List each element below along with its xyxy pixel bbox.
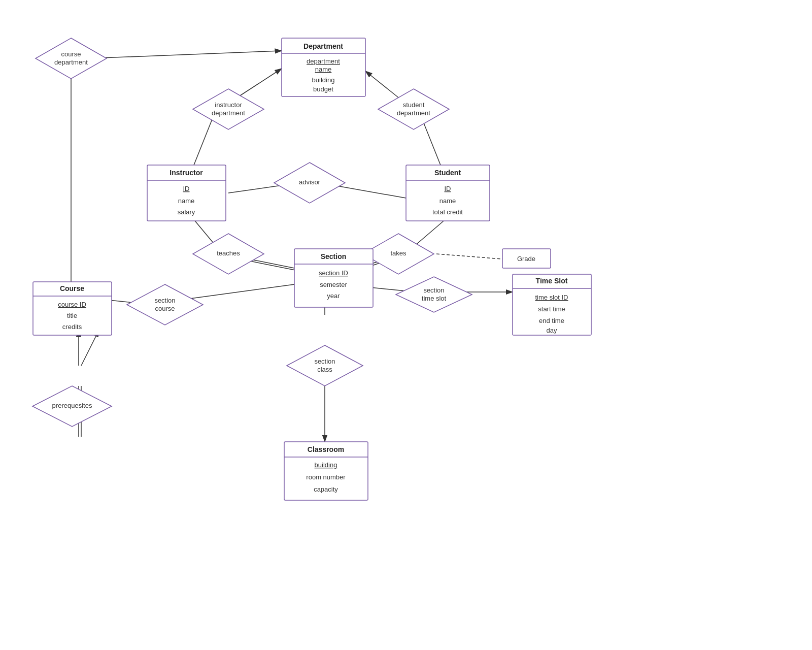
advisor-label: advisor — [299, 178, 321, 186]
timeslot-attr-id: time slot ID — [535, 294, 568, 301]
student-department-label2: department — [397, 109, 430, 117]
section-attr-semester: semester — [320, 281, 347, 288]
svg-line-6 — [365, 71, 403, 102]
course-department-label: course — [61, 50, 81, 58]
department-attr-name: department — [307, 57, 340, 65]
course-attr-title: title — [67, 312, 77, 319]
classroom-title: Classroom — [308, 445, 344, 453]
teaches-diamond: teaches — [193, 234, 264, 274]
instructor-department-label2: department — [212, 109, 245, 117]
section-timeslot-label: section — [423, 286, 444, 294]
prerequesites-diamond: prerequesites — [32, 386, 112, 427]
takes-diamond: takes — [363, 234, 434, 274]
timeslot-title: Time Slot — [536, 277, 568, 285]
svg-line-7 — [421, 117, 442, 168]
course-attr-id: course ID — [58, 301, 86, 308]
instructor-attr-salary: salary — [178, 208, 195, 216]
er-diagram: Department department name building budg… — [0, 0, 812, 650]
department-entity: Department department name building budg… — [282, 38, 365, 96]
timeslot-attr-day: day — [547, 327, 557, 334]
department-title: Department — [303, 42, 343, 50]
classroom-entity: Classroom building room number capacity — [284, 442, 368, 500]
svg-line-11 — [249, 259, 299, 269]
section-class-label2: class — [317, 366, 332, 373]
department-attr-budget: budget — [313, 85, 333, 93]
section-class-diamond: section class — [287, 345, 363, 386]
takes-label: takes — [390, 249, 407, 257]
timeslot-attr-start: start time — [538, 305, 565, 313]
instructor-department-label: instructor — [215, 101, 242, 109]
classroom-attr-room: room number — [306, 473, 346, 481]
student-department-label: student — [403, 101, 425, 109]
course-department-label2: department — [54, 58, 88, 66]
teaches-label: teaches — [217, 249, 240, 257]
instructor-attr-id: ID — [183, 185, 190, 192]
student-entity: Student ID name total credit — [406, 165, 490, 221]
instructor-title: Instructor — [170, 169, 203, 177]
instructor-department-diamond: instructor department — [193, 89, 264, 129]
course-attr-credits: credits — [62, 323, 82, 331]
grade-entity: Grade — [502, 249, 551, 268]
department-attr-name2: name — [315, 66, 332, 73]
student-department-diamond: student department — [378, 89, 449, 129]
section-class-label: section — [314, 358, 335, 365]
student-attr-name: name — [439, 197, 456, 205]
svg-line-16 — [436, 254, 502, 259]
classroom-attr-capacity: capacity — [314, 485, 338, 493]
section-timeslot-diamond: section time slot — [396, 277, 472, 312]
course-title: Course — [60, 284, 84, 292]
section-timeslot-label2: time slot — [422, 295, 447, 302]
student-title: Student — [434, 169, 461, 177]
classroom-attr-building: building — [315, 461, 337, 469]
section-entity: Section section ID semester year — [294, 249, 373, 307]
course-entity: Course course ID title credits — [33, 282, 112, 335]
student-attr-credit: total credit — [432, 208, 463, 216]
svg-line-2 — [89, 51, 282, 58]
section-attr-id: section ID — [319, 269, 348, 277]
section-course-label2: course — [155, 305, 175, 312]
section-course-diamond: section course — [127, 284, 203, 325]
course-department-diamond: course department — [36, 38, 107, 79]
grade-label: Grade — [517, 255, 535, 263]
svg-line-12 — [250, 261, 300, 271]
timeslot-entity: Time Slot time slot ID start time end ti… — [513, 274, 591, 335]
timeslot-attr-end: end time — [539, 317, 564, 324]
department-attr-building: building — [312, 76, 335, 84]
section-course-label: section — [154, 297, 175, 304]
student-attr-id: ID — [445, 185, 451, 192]
advisor-diamond: advisor — [274, 162, 345, 203]
prerequesites-label: prerequesites — [52, 402, 92, 409]
instructor-attr-name: name — [178, 197, 195, 205]
section-attr-year: year — [327, 292, 340, 300]
svg-line-17 — [183, 284, 294, 300]
svg-line-5 — [193, 117, 213, 168]
instructor-entity: Instructor ID name salary — [147, 165, 226, 221]
section-title: Section — [321, 252, 347, 261]
